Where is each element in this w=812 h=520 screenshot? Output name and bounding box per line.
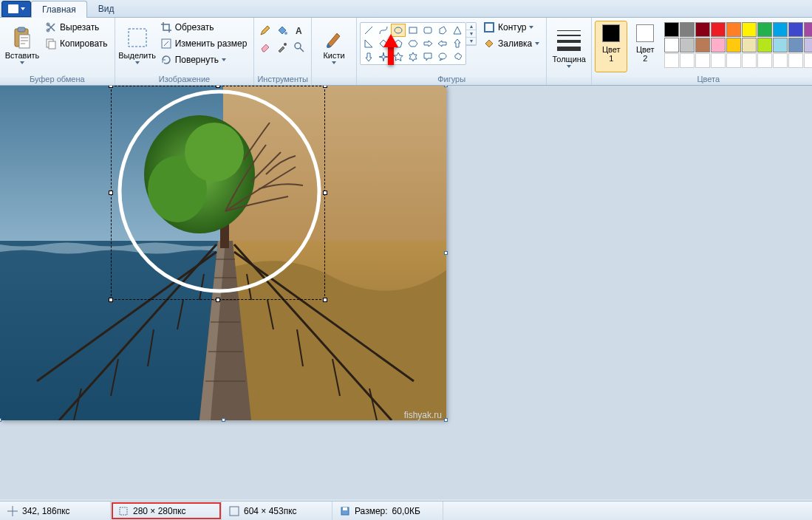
fill-button[interactable]: Заливка [480,35,543,52]
palette-swatch[interactable] [773,38,788,52]
palette-swatch-empty[interactable] [804,53,812,68]
shape-star4[interactable] [376,50,391,64]
shape-oval[interactable] [391,24,406,37]
palette-swatch[interactable] [757,38,772,52]
canvas-handle[interactable] [0,418,1,422]
resize-button[interactable]: Изменить размер [157,35,251,52]
selection-handle[interactable] [109,298,113,302]
shape-arrow-d[interactable] [361,50,376,64]
palette-swatch[interactable] [664,38,679,52]
palette-swatch-empty[interactable] [742,53,757,68]
resize-label: Изменить размер [175,38,248,49]
palette-swatch[interactable] [804,38,812,52]
select-button[interactable]: Выделить [118,19,157,71]
palette-swatch-empty[interactable] [711,53,726,68]
palette-swatch-empty[interactable] [757,53,772,68]
svg-rect-47 [343,507,347,510]
selection-handle[interactable] [216,86,220,88]
canvas-handle[interactable] [444,86,448,87]
pencil-icon [259,24,271,36]
canvas-handle[interactable] [444,251,448,255]
palette-swatch-empty[interactable] [788,53,803,68]
selection-handle[interactable] [323,86,327,88]
svg-rect-17 [485,23,494,32]
palette-swatch[interactable] [726,22,741,37]
palette-swatch[interactable] [680,22,695,37]
palette-swatch-empty[interactable] [773,53,788,68]
eraser-tool[interactable] [257,39,273,55]
zoom-tool[interactable] [291,39,307,55]
shape-star6[interactable] [406,50,420,64]
shape-callout-rect[interactable] [420,50,435,64]
palette-swatch[interactable] [680,38,695,52]
shape-star5[interactable] [391,50,406,64]
paste-icon [10,26,34,49]
group-shapes: ▴ ▾ ▾ Контур Заливка Фигуры [357,18,547,85]
selection-handle[interactable] [109,86,113,88]
tab-view[interactable]: Вид [87,0,126,17]
canvas-handle[interactable] [444,418,448,422]
crop-button[interactable]: Обрезать [157,19,251,35]
palette-swatch-empty[interactable] [695,53,710,68]
shape-callout-oval[interactable] [435,50,450,64]
fill-tool[interactable] [274,22,290,38]
selection-handle[interactable] [323,191,327,195]
palette-swatch[interactable] [742,22,757,37]
selection-handle[interactable] [109,191,113,195]
shape-diamond[interactable] [376,37,391,50]
shape-pentagon[interactable] [391,37,406,50]
shape-hexagon[interactable] [406,37,420,50]
shapes-expand[interactable]: ▴ ▾ ▾ [466,22,477,46]
brushes-button[interactable]: Кисти [315,19,353,71]
outline-button[interactable]: Контур [480,19,543,35]
picker-tool[interactable] [274,39,290,55]
color1-button[interactable]: Цвет 1 [595,21,627,72]
palette-swatch[interactable] [757,22,772,37]
palette-swatch-empty[interactable] [664,53,679,68]
shape-curve[interactable] [376,24,391,37]
palette-swatch[interactable] [711,38,726,52]
copy-button[interactable]: Копировать [41,35,112,52]
palette-swatch[interactable] [726,38,741,52]
color1-label: Цвет 1 [602,45,621,63]
shape-line[interactable] [361,24,376,37]
selection-handle[interactable] [323,298,327,302]
palette-swatch[interactable] [695,22,710,37]
shape-arrow-r[interactable] [420,37,435,50]
color2-button[interactable]: Цвет 2 [629,21,661,72]
selection-box[interactable] [111,86,325,300]
canvas-handle[interactable] [222,418,225,422]
rotate-button[interactable]: Повернуть [157,52,251,68]
shape-rtriangle[interactable] [361,37,376,50]
palette-swatch[interactable] [695,38,710,52]
app-menu-button[interactable] [1,1,31,17]
copy-label: Копировать [60,38,108,49]
shape-polygon[interactable] [435,24,450,37]
paste-button[interactable]: Вставить [3,19,41,71]
shape-roundrect[interactable] [420,24,435,37]
tab-main[interactable]: Главная [31,1,87,18]
palette-swatch-empty[interactable] [680,53,695,68]
svg-rect-6 [49,41,55,49]
palette-swatch-empty[interactable] [726,53,741,68]
thickness-button[interactable]: Толщина [550,19,588,71]
chevron-down-icon [535,42,539,45]
shape-callout-cloud[interactable] [450,50,465,64]
palette-swatch[interactable] [788,38,803,52]
palette-swatch[interactable] [711,22,726,37]
shape-arrow-u[interactable] [450,37,465,50]
palette-swatch[interactable] [664,22,679,37]
palette-swatch[interactable] [788,22,803,37]
text-tool[interactable]: A [291,22,307,38]
selection-handle[interactable] [216,298,220,302]
palette-swatch[interactable] [773,22,788,37]
pencil-tool[interactable] [257,22,273,38]
shape-rect[interactable] [406,24,420,37]
palette-swatch[interactable] [742,38,757,52]
shapes-gallery[interactable] [360,22,466,65]
palette-swatch[interactable] [804,22,812,37]
canvas-workarea[interactable]: fishyak.ru [0,86,812,499]
shape-arrow-l[interactable] [435,37,450,50]
cut-button[interactable]: Вырезать [41,19,112,35]
shape-triangle[interactable] [450,24,465,37]
